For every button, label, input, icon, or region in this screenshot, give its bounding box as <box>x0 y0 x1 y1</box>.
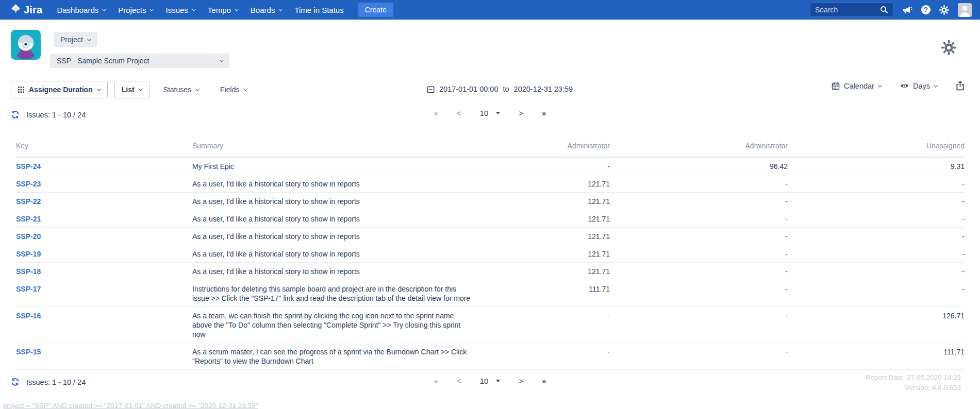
project-filter-button[interactable]: Project <box>54 32 97 47</box>
pagination-prev-button[interactable]: < <box>457 109 461 117</box>
page-size-select[interactable]: 10 <box>480 377 501 385</box>
nav-item-boards[interactable]: Boards <box>251 6 283 14</box>
duration-administrator-1: 121.71 <box>481 245 610 263</box>
issue-summary: Instructions for deleting this sample bo… <box>192 280 481 307</box>
duration-administrator-1: 121.71 <box>481 193 610 210</box>
project-select[interactable]: SSP - Sample Scrum Project <box>50 54 229 68</box>
top-navbar: Jira Dashboards Projects Issues Tempo Bo… <box>0 0 980 20</box>
pagination-next-button[interactable]: > <box>519 377 523 385</box>
chevron-down-icon <box>195 87 200 91</box>
search-input[interactable] <box>815 6 876 14</box>
column-header-administrator-2[interactable]: Administrator <box>610 134 788 157</box>
nav-item-tempo[interactable]: Tempo <box>208 6 238 14</box>
table-row: SSP-20 As a user, I'd like a historical … <box>16 228 965 245</box>
date-to: 2020-12-31 23:59 <box>514 85 573 93</box>
statuses-dropdown[interactable]: Statuses <box>156 81 206 98</box>
chevron-down-icon <box>87 37 91 41</box>
pagination-last-button[interactable]: » <box>542 377 546 385</box>
pagination-last-button[interactable]: » <box>542 109 546 117</box>
duration-administrator-2: - <box>610 245 788 263</box>
table-row: SSP-18 As a user, I'd like a historical … <box>16 263 965 280</box>
nav-item-time-in-status[interactable]: Time in Status <box>294 6 343 14</box>
table-row: SSP-16 As a team, we can finish the spri… <box>16 307 965 343</box>
chevron-down-icon <box>934 83 938 87</box>
search-box[interactable] <box>810 3 893 17</box>
refresh-icon[interactable] <box>11 378 20 386</box>
issue-key-link[interactable]: SSP-24 <box>16 162 41 171</box>
project-select-value: SSP - Sample Scrum Project <box>57 57 149 65</box>
issue-key-link[interactable]: SSP-16 <box>16 312 41 320</box>
megaphone-icon[interactable] <box>902 5 912 14</box>
plugin-version: Version: 4.8.0.653 <box>866 383 961 393</box>
pagination-first-button[interactable]: « <box>434 377 438 385</box>
date-range-picker[interactable]: 2017-01-01 00:00 to 2020-12-31 23:59 <box>427 85 573 93</box>
page-size-select[interactable]: 10 <box>480 109 501 117</box>
issue-key-link[interactable]: SSP-19 <box>16 250 41 258</box>
duration-unassigned: - <box>788 280 965 307</box>
duration-administrator-1: - <box>481 343 610 370</box>
jira-logo[interactable]: Jira <box>10 4 42 16</box>
duration-administrator-2: - <box>610 210 788 228</box>
jql-query-link[interactable]: project = "SSP" AND created >= "2017-01-… <box>3 402 258 409</box>
nav-item-label: Projects <box>118 6 146 14</box>
pagination-next-button[interactable]: > <box>519 109 523 117</box>
refresh-icon[interactable] <box>11 110 20 119</box>
column-header-summary[interactable]: Summary <box>192 134 481 157</box>
create-button[interactable]: Create <box>358 3 393 17</box>
project-avatar[interactable] <box>11 30 41 60</box>
nav-item-issues[interactable]: Issues <box>165 6 195 14</box>
nav-item-dashboards[interactable]: Dashboards <box>57 6 106 14</box>
table-row: SSP-19 As a user, I'd like a historical … <box>16 245 965 263</box>
issue-key-link[interactable]: SSP-15 <box>16 348 41 356</box>
issue-key-link[interactable]: SSP-20 <box>16 232 41 241</box>
issue-summary: As a scrum master, I can see the progres… <box>192 343 481 370</box>
issues-bar-bottom: Issues: 1 - 10 / 24 « < 10 > » Report Da… <box>0 370 980 399</box>
pagination-top: « < 10 > » <box>434 109 546 117</box>
table-row: SSP-22 As a user, I'd like a historical … <box>16 193 965 210</box>
duration-administrator-1: 121.71 <box>481 263 610 280</box>
gear-icon[interactable] <box>939 5 949 15</box>
duration-administrator-2: 96.42 <box>610 157 788 175</box>
duration-unassigned: - <box>788 193 965 210</box>
issue-key-link[interactable]: SSP-22 <box>16 197 41 206</box>
time-unit-dropdown[interactable]: Days <box>900 82 937 90</box>
duration-unassigned: 9.31 <box>788 157 965 175</box>
fields-dropdown[interactable]: Fields <box>213 81 254 98</box>
view-type-dropdown[interactable]: List <box>114 81 150 98</box>
calendar-mode-dropdown[interactable]: Calendar <box>832 82 882 90</box>
duration-administrator-2: - <box>610 280 788 307</box>
issue-key-link[interactable]: SSP-17 <box>16 285 41 293</box>
table-row: SSP-24 My First Epic - 96.42 9.31 <box>16 157 965 175</box>
report-settings-gear-icon[interactable] <box>941 40 956 57</box>
report-toolbar: Assignee Duration List Statuses Fields 2… <box>0 77 980 102</box>
search-icon[interactable] <box>880 6 888 14</box>
statuses-label: Statuses <box>163 86 191 94</box>
duration-unassigned: - <box>788 210 965 228</box>
help-icon[interactable] <box>921 5 931 14</box>
pagination-prev-button[interactable]: < <box>457 377 461 385</box>
nav-item-projects[interactable]: Projects <box>118 6 153 14</box>
nav-item-label: Time in Status <box>294 6 343 14</box>
report-type-label: Assignee Duration <box>29 86 93 94</box>
date-from: 2017-01-01 00:00 <box>439 85 499 93</box>
user-avatar[interactable] <box>958 3 972 17</box>
page-size-value: 10 <box>480 377 489 385</box>
nav-item-label: Issues <box>165 6 188 14</box>
eye-icon <box>900 82 909 89</box>
pagination-first-button[interactable]: « <box>434 109 438 117</box>
caret-down-icon <box>496 380 500 382</box>
issue-key-link[interactable]: SSP-21 <box>16 215 41 223</box>
report-header: Project SSP - Sample Scrum Project <box>0 20 980 77</box>
issues-count: Issues: 1 - 10 / 24 <box>26 111 86 119</box>
column-header-unassigned[interactable]: Unassigned <box>788 134 965 157</box>
issue-key-link[interactable]: SSP-23 <box>16 180 41 188</box>
column-header-key[interactable]: Key <box>16 134 192 157</box>
time-unit-label: Days <box>913 82 930 90</box>
column-header-administrator-1[interactable]: Administrator <box>481 134 610 157</box>
duration-administrator-1: - <box>481 157 610 175</box>
project-filter-label: Project <box>60 36 83 44</box>
issue-key-link[interactable]: SSP-18 <box>16 267 41 276</box>
export-icon[interactable] <box>956 81 965 91</box>
issues-count: Issues: 1 - 10 / 24 <box>26 378 86 386</box>
report-type-dropdown[interactable]: Assignee Duration <box>11 81 108 98</box>
